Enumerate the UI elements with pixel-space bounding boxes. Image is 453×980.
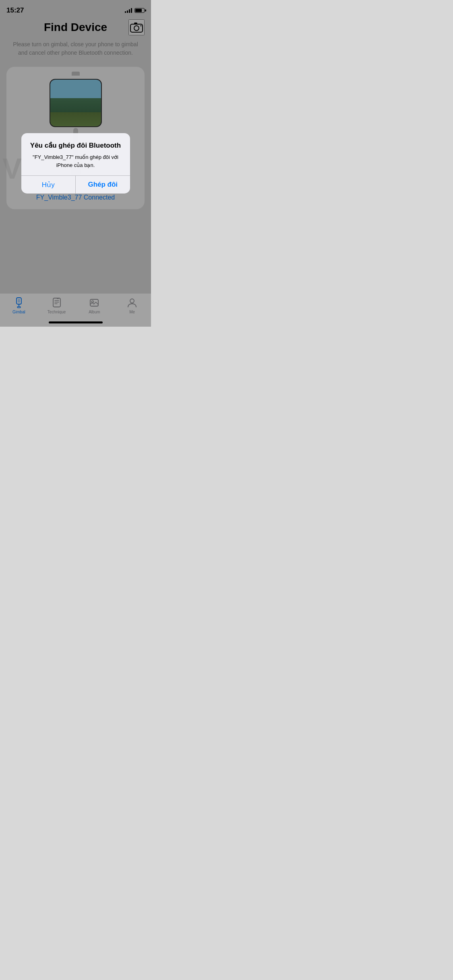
alert-message: "FY_Vimble3_77" muốn ghép đôi với iPhone… bbox=[28, 153, 124, 169]
cancel-button[interactable]: Hủy bbox=[21, 176, 76, 194]
page-wrapper: 15:27 Find Device Please turn on g bbox=[0, 0, 151, 327]
confirm-button[interactable]: Ghép đôi bbox=[76, 176, 130, 194]
alert-dialog: Yêu cầu ghép đôi Bluetooth "FY_Vimble3_7… bbox=[21, 133, 130, 194]
alert-title: Yêu cầu ghép đôi Bluetooth bbox=[28, 141, 124, 150]
alert-content: Yêu cầu ghép đôi Bluetooth "FY_Vimble3_7… bbox=[21, 133, 130, 175]
alert-buttons: Hủy Ghép đôi bbox=[21, 176, 130, 194]
